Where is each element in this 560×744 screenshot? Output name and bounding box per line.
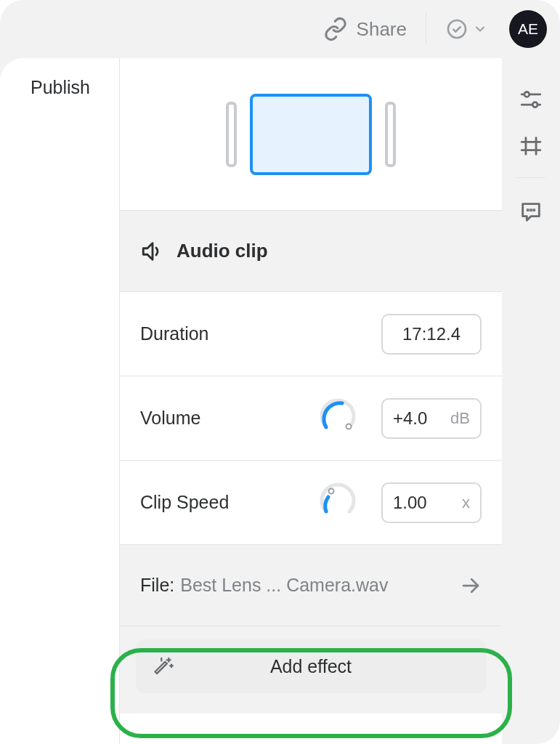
clip-speed-value: 1.00: [393, 493, 427, 513]
share-label: Share: [357, 18, 407, 41]
comments-panel-button[interactable]: [519, 200, 543, 225]
section-header-audio-clip: Audio clip: [120, 211, 502, 292]
speaker-icon: [140, 239, 165, 264]
volume-value: +4.0: [393, 408, 427, 429]
duration-label: Duration: [140, 323, 381, 344]
right-rail: [502, 58, 560, 744]
clip-speed-label: Clip Speed: [140, 492, 294, 513]
duration-input[interactable]: 17:12.4: [381, 314, 482, 355]
volume-input[interactable]: +4.0 dB: [381, 398, 482, 439]
tab-publish[interactable]: Publish: [31, 77, 119, 98]
svg-point-3: [329, 488, 334, 493]
svg-point-2: [346, 424, 352, 429]
clip-speed-dial[interactable]: [317, 482, 358, 523]
rail-divider: [516, 177, 545, 178]
check-circle-icon: [445, 17, 468, 41]
clip-preview: [120, 58, 502, 211]
clip-speed-unit: x: [462, 493, 470, 512]
timeline-panel-button[interactable]: [519, 134, 543, 158]
avatar-initials: AE: [518, 20, 538, 38]
volume-label: Volume: [140, 408, 294, 429]
row-duration: Duration 17:12.4: [120, 292, 502, 376]
magic-wand-icon: [153, 655, 175, 677]
sliders-icon: [519, 87, 543, 112]
row-file[interactable]: File: Best Lens ... Camera.wav: [120, 545, 502, 626]
arrow-right-icon: [460, 575, 482, 597]
link-icon: [323, 17, 348, 41]
timeline-icon: [519, 134, 543, 158]
file-label: File:: [140, 575, 174, 596]
duration-value: 17:12.4: [402, 324, 460, 344]
svg-point-13: [527, 209, 528, 210]
avatar[interactable]: AE: [509, 10, 547, 48]
chevron-down-icon: [473, 22, 487, 36]
add-effect-label: Add effect: [270, 656, 352, 677]
add-effect-button[interactable]: Add effect: [136, 639, 486, 693]
share-button[interactable]: Share: [323, 17, 407, 41]
comment-icon: [519, 200, 543, 225]
selected-clip[interactable]: [250, 94, 372, 175]
file-name: Best Lens ... Camera.wav: [180, 575, 454, 596]
volume-dial[interactable]: [317, 398, 358, 439]
svg-marker-1: [143, 243, 153, 259]
svg-point-6: [524, 92, 529, 97]
row-clip-speed: Clip Speed 1.00 x: [120, 461, 502, 545]
svg-point-14: [530, 209, 531, 210]
sync-status-button[interactable]: [445, 17, 487, 41]
properties-panel-button[interactable]: [519, 87, 543, 112]
volume-unit: dB: [450, 409, 470, 428]
section-title: Audio clip: [176, 240, 268, 262]
inspector-panel: Audio clip Duration 17:12.4 Volume: [119, 58, 502, 744]
row-volume: Volume +4.0 dB: [120, 376, 502, 461]
top-divider: [426, 13, 426, 45]
clip-speed-input[interactable]: 1.00 x: [381, 482, 482, 523]
svg-point-15: [534, 209, 535, 210]
clip-handle-right[interactable]: [385, 102, 396, 167]
clip-handle-left[interactable]: [226, 102, 237, 167]
svg-point-8: [532, 102, 537, 108]
left-panel: Publish: [0, 58, 119, 744]
